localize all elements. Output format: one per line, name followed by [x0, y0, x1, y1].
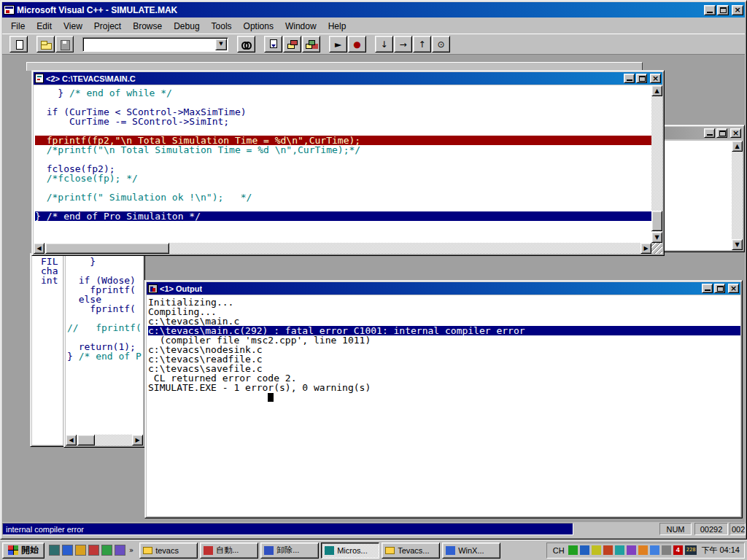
save-button[interactable]	[55, 36, 74, 52]
menu-item-project[interactable]: Project	[88, 19, 127, 34]
source-line[interactable]: }	[67, 257, 143, 266]
tray-icon-5[interactable]	[615, 545, 624, 555]
tray-badge-count[interactable]: 4	[673, 545, 683, 555]
taskbar-task-1[interactable]: tevacs	[139, 542, 198, 559]
toggle-breakpoint-button[interactable]: ●	[348, 36, 366, 52]
quick-launch-overflow-chevron[interactable]: »	[128, 546, 135, 554]
maximize-button[interactable]	[714, 284, 725, 293]
scroll-right-button[interactable]: ▶	[132, 435, 143, 446]
taskbar-task-5[interactable]: Tevacs...	[382, 542, 440, 559]
scroll-left-button[interactable]: ◀	[66, 435, 77, 446]
output-line[interactable]	[148, 392, 740, 402]
output-window-titlebar[interactable]: <1> Output ×	[147, 282, 740, 295]
scrollbar-thumb[interactable]	[651, 211, 662, 231]
language-indicator[interactable]: CH	[551, 546, 566, 555]
behind-source-window[interactable]: } if (Wdose) fprintf( else fprintf(// fp…	[63, 252, 145, 448]
menu-item-edit[interactable]: Edit	[31, 19, 58, 34]
clock[interactable]: 下午 04:14	[701, 545, 740, 556]
background-window-client[interactable]: FILchaint	[32, 255, 63, 445]
source-line[interactable]: fprintf(	[67, 304, 143, 314]
source-line[interactable]: } /* end of Pro_Simulaiton */	[35, 211, 651, 221]
horizontal-scrollbar[interactable]: ◀ ▶	[66, 435, 143, 446]
messenger-icon[interactable]	[101, 545, 112, 556]
media-player-icon[interactable]	[88, 545, 99, 556]
open-button[interactable]	[36, 36, 55, 52]
tray-icon-7[interactable]	[638, 545, 648, 555]
taskbar-task-6[interactable]: WinX...	[442, 542, 500, 559]
new-source-button[interactable]	[9, 36, 28, 52]
scroll-up-button[interactable]: ▲	[651, 85, 662, 96]
maximize-button[interactable]	[636, 74, 647, 83]
minimize-button[interactable]	[702, 284, 713, 293]
step-over-button[interactable]: →	[394, 36, 412, 52]
tray-icon-3[interactable]	[592, 545, 601, 555]
menu-item-options[interactable]: Options	[238, 19, 279, 34]
source-editor[interactable]: } /* end of while */ if (CurTime < SCont…	[34, 85, 651, 243]
source-line[interactable]: CurTime -= SControl->SimInt;	[35, 117, 651, 126]
taskbar-task-2[interactable]: 自動...	[200, 542, 258, 559]
resize-grip[interactable]	[651, 243, 662, 254]
show-desktop-icon[interactable]	[49, 545, 60, 556]
tray-icon-1[interactable]	[568, 545, 578, 555]
project-target-combo[interactable]: ▼	[82, 37, 228, 52]
scroll-left-button[interactable]: ◀	[34, 243, 44, 254]
menu-item-debug[interactable]: Debug	[168, 19, 205, 34]
scroll-up-button[interactable]: ▲	[732, 141, 743, 152]
source-line[interactable]: } /* end of while */	[35, 88, 651, 98]
rebuild-all-button[interactable]	[302, 36, 320, 52]
close-button[interactable]: ×	[650, 74, 661, 83]
background-declarations-window[interactable]: FILchaint	[30, 253, 65, 447]
tray-icon-2[interactable]	[580, 545, 589, 555]
minimize-button[interactable]	[704, 128, 715, 138]
step-into-button[interactable]: ↓	[375, 36, 393, 52]
source-line[interactable]: /*printf(" Simulation ok !\n"); */	[35, 192, 651, 202]
compile-button[interactable]	[264, 36, 282, 52]
source-line[interactable]: // fprintf(	[67, 323, 143, 332]
mail-icon[interactable]	[75, 545, 86, 556]
source-window-titlebar[interactable]: <2> C:\TEVACS\MAIN.C ×	[34, 72, 662, 85]
taskbar-task-3[interactable]: 卸除...	[260, 542, 319, 559]
source-line[interactable]: /*printf("\n Total Simulation Time = %d …	[35, 145, 651, 155]
menu-item-view[interactable]: View	[58, 19, 88, 34]
minimize-button[interactable]	[624, 74, 635, 83]
horizontal-scrollbar[interactable]: ◀ ▶	[34, 243, 651, 254]
scrollbar-thumb[interactable]	[77, 435, 95, 446]
source-line[interactable]	[35, 155, 651, 164]
vertical-scrollbar[interactable]: ▲ ▼	[651, 85, 662, 243]
browser-icon[interactable]	[62, 545, 73, 556]
scroll-down-button[interactable]: ▼	[732, 239, 743, 250]
maximize-button[interactable]	[716, 128, 727, 138]
debug-go-button[interactable]: ►	[329, 36, 347, 52]
step-out-button[interactable]: ↑	[413, 36, 431, 52]
vertical-scrollbar[interactable]: ▲ ▼	[732, 141, 743, 250]
scrollbar-thumb[interactable]	[45, 243, 169, 254]
scroll-right-button[interactable]: ▶	[640, 243, 651, 254]
maximize-button[interactable]	[717, 5, 729, 15]
minimize-button[interactable]	[704, 5, 716, 15]
code-fragment[interactable]: } if (Wdose) fprintf( else fprintf(// fp…	[66, 254, 143, 435]
output-line[interactable]: Initializing...	[148, 298, 740, 307]
start-button[interactable]: 開始	[2, 542, 44, 559]
build-button[interactable]	[283, 36, 301, 52]
source-line[interactable]: } /* end of P	[67, 351, 143, 361]
output-log[interactable]: Initializing...Compiling...c:\tevacs\mai…	[147, 295, 740, 516]
close-button[interactable]: ×	[728, 284, 739, 293]
source-line[interactable]: int	[41, 276, 63, 285]
combo-dropdown-button[interactable]: ▼	[215, 39, 227, 50]
menu-item-file[interactable]: File	[5, 19, 31, 34]
behind-window-client[interactable]: } if (Wdose) fprintf( else fprintf(// fp…	[66, 254, 143, 446]
close-button[interactable]: ×	[730, 128, 741, 138]
volume-icon[interactable]	[662, 545, 671, 555]
quick-watch-button[interactable]: ⊙	[432, 36, 450, 52]
taskbar-task-4[interactable]: Micros...	[321, 542, 379, 559]
menu-item-window[interactable]: Window	[279, 19, 322, 34]
code-fragment[interactable]: FILchaint	[32, 255, 63, 285]
tray-icon-6[interactable]	[627, 545, 636, 555]
scroll-down-button[interactable]: ▼	[651, 232, 662, 243]
tray-icon-4[interactable]	[603, 545, 613, 555]
window-titlebar[interactable]: Microsoft Visual C++ - SIMULATE.MAK ×	[2, 2, 745, 18]
find-button[interactable]	[237, 36, 255, 52]
source-line[interactable]: /*fclose(fp); */	[35, 174, 651, 183]
close-button[interactable]: ×	[732, 5, 743, 15]
tray-badge-meter[interactable]: 228	[685, 545, 697, 555]
